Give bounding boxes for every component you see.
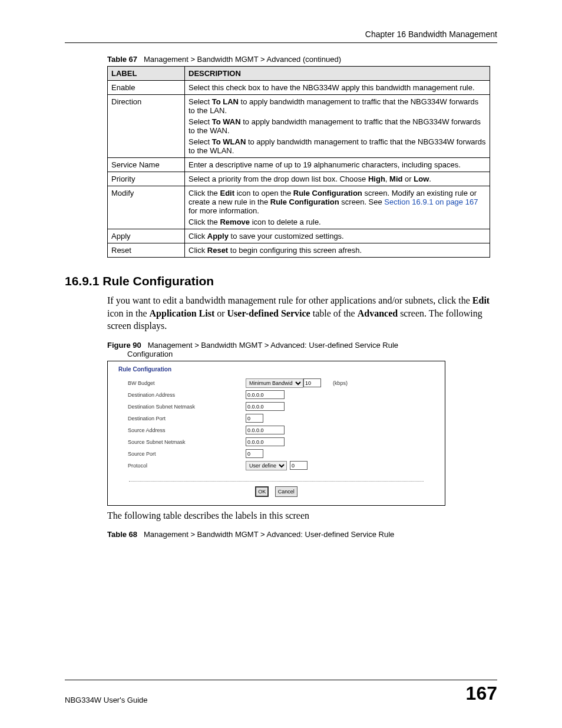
bw-budget-label: BW Budget xyxy=(128,380,246,386)
ok-button[interactable]: OK xyxy=(255,486,269,497)
cancel-button[interactable]: Cancel xyxy=(275,486,297,497)
paragraph: The following table describes the labels… xyxy=(107,509,497,522)
table-row: Reset Click Reset to begin configuring t… xyxy=(108,243,490,258)
bw-mode-select[interactable]: Minimum Bandwidth xyxy=(246,378,303,388)
cell-desc: Select this check box to have the NBG334… xyxy=(185,81,490,95)
dest-port-input[interactable] xyxy=(246,414,263,423)
bw-unit: (kbps) xyxy=(333,380,348,386)
cell-desc: Click Apply to save your customized sett… xyxy=(185,229,490,243)
footer-rule xyxy=(65,680,497,680)
table67-number: Table 67 xyxy=(107,55,137,64)
panel-title: Rule Configuration xyxy=(108,361,445,377)
protocol-select[interactable]: User defined xyxy=(246,461,287,470)
table-row: Direction Select To LAN to apply bandwid… xyxy=(108,95,490,158)
src-mask-label: Source Subnet Netmask xyxy=(128,439,246,445)
rule-configuration-panel: Rule Configuration BW Budget Minimum Ban… xyxy=(107,361,445,506)
dest-port-label: Destination Port xyxy=(128,416,246,421)
cell-label: Direction xyxy=(108,95,185,158)
table68-number: Table 68 xyxy=(107,530,137,539)
protocol-num-input[interactable] xyxy=(290,461,308,470)
paragraph: If you want to edit a bandwidth manageme… xyxy=(107,294,497,332)
xref-link[interactable]: Section 16.9.1 on page 167 xyxy=(384,197,478,206)
table67: LABEL DESCRIPTION Enable Select this che… xyxy=(107,66,490,258)
cell-desc: Click Reset to begin configuring this sc… xyxy=(185,243,490,258)
cell-desc: Select To LAN to apply bandwidth managem… xyxy=(185,95,490,158)
dest-addr-input[interactable] xyxy=(246,390,285,399)
dest-addr-label: Destination Address xyxy=(128,392,246,398)
section-heading: 16.9.1 Rule Configuration xyxy=(65,274,497,288)
table-row: Priority Select a priority from the drop… xyxy=(108,172,490,186)
table-row: Apply Click Apply to save your customize… xyxy=(108,229,490,243)
src-addr-label: Source Address xyxy=(128,427,246,433)
th-label: LABEL xyxy=(108,67,185,81)
cell-label: Apply xyxy=(108,229,185,243)
figure90-text1: Management > Bandwidth MGMT > Advanced: … xyxy=(148,341,398,350)
src-addr-input[interactable] xyxy=(246,426,285,434)
cell-desc: Select a priority from the drop down lis… xyxy=(185,172,490,186)
cell-label: Enable xyxy=(108,81,185,95)
protocol-label: Protocol xyxy=(128,463,246,469)
cell-label: Modify xyxy=(108,186,185,229)
panel-divider xyxy=(129,481,424,482)
src-port-label: Source Port xyxy=(128,451,246,457)
figure90-number: Figure 90 xyxy=(107,341,141,350)
cell-desc: Enter a descriptive name of up to 19 alp… xyxy=(185,158,490,172)
chapter-header: Chapter 16 Bandwidth Management xyxy=(65,29,497,39)
page-footer: NBG334W User's Guide 167 xyxy=(65,680,497,704)
header-rule xyxy=(65,42,497,43)
figure90-caption: Figure 90 Management > Bandwidth MGMT > … xyxy=(107,341,497,358)
table68-caption: Table 68 Management > Bandwidth MGMT > A… xyxy=(107,530,497,539)
table67-caption: Table 67 Management > Bandwidth MGMT > A… xyxy=(107,55,497,64)
footer-guide-name: NBG334W User's Guide xyxy=(65,696,147,704)
bw-value-input[interactable] xyxy=(303,378,321,387)
src-mask-input[interactable] xyxy=(246,437,285,446)
cell-label: Priority xyxy=(108,172,185,186)
table67-caption-text: Management > Bandwidth MGMT > Advanced (… xyxy=(144,55,341,64)
table-row: Modify Click the Edit icon to open the R… xyxy=(108,186,490,229)
dest-mask-label: Destination Subnet Netmask xyxy=(128,404,246,410)
table-row: Service Name Enter a descriptive name of… xyxy=(108,158,490,172)
table68-text: Management > Bandwidth MGMT > Advanced: … xyxy=(144,530,394,539)
src-port-input[interactable] xyxy=(246,449,263,458)
figure90-text2: Configuration xyxy=(127,350,173,358)
cell-label: Service Name xyxy=(108,158,185,172)
table-row: Enable Select this check box to have the… xyxy=(108,81,490,95)
dest-mask-input[interactable] xyxy=(246,402,285,411)
cell-label: Reset xyxy=(108,243,185,258)
th-description: DESCRIPTION xyxy=(185,67,490,81)
page-number: 167 xyxy=(466,683,497,704)
cell-desc: Click the Edit icon to open the Rule Con… xyxy=(185,186,490,229)
